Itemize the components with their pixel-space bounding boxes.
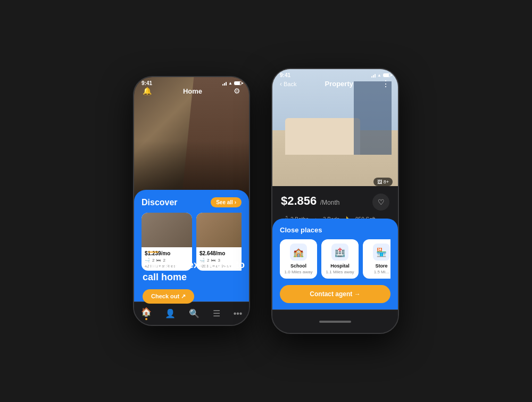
school-icon: 🏫	[293, 247, 304, 257]
photo-count-badge: 🖼 8+	[373, 178, 393, 186]
place-card-hospital[interactable]: 🏥 Hospital 1.1 Miles away	[321, 239, 359, 279]
chevron-left-icon: ‹	[280, 80, 282, 88]
nav-bar-2: ‹ Back Property ⋮	[272, 79, 398, 89]
discover-title: Discover	[142, 198, 178, 207]
search-tab-icon: 🔍	[189, 308, 200, 319]
back-label: Back	[284, 81, 296, 87]
status-bar-1: 9:41 ▲	[134, 77, 249, 87]
inactive-dot-1	[161, 252, 163, 253]
place-card-school[interactable]: 🏫 School 1.0 Miles away	[280, 239, 317, 279]
price-container: $2.856 /Month	[281, 194, 339, 208]
more-options-button[interactable]: ⋮	[381, 79, 390, 89]
signal-icon-1	[222, 81, 227, 86]
hospital-name: Hospital	[330, 263, 350, 269]
more-tab-icon: •••	[234, 309, 243, 319]
hero-title: Find the next house to call home	[143, 259, 249, 283]
status-time-2: 9:41	[280, 72, 290, 78]
price-row: $2.856 /Month ♡	[281, 194, 389, 211]
battery-icon-1	[234, 81, 242, 85]
property-image-2	[196, 213, 242, 247]
battery-icon-2	[383, 73, 390, 77]
price-period: /Month	[320, 199, 340, 206]
status-time-1: 9:41	[142, 80, 152, 86]
sofa-element	[285, 118, 361, 155]
tab-home[interactable]: 🏠	[141, 307, 152, 320]
active-tab-dot	[145, 318, 147, 320]
status-icons-2: ▲	[371, 73, 390, 78]
active-dot	[148, 252, 159, 253]
tab-bar-2	[272, 309, 398, 333]
tab-search[interactable]: 🔍	[189, 308, 200, 319]
phone-home-screen: 9:41 ▲ 🔔 Home ⚙	[133, 76, 250, 326]
store-name: Store	[375, 263, 387, 269]
places-row: 🏫 School 1.0 Miles away 🏥 Hospital 1.1 M…	[280, 239, 390, 279]
tab-more[interactable]: •••	[234, 309, 243, 319]
inactive-dot-2	[165, 252, 167, 253]
photo-badge-icon: 🖼	[377, 179, 382, 185]
store-icon: 🏪	[376, 247, 387, 257]
tab-bar-1: 🏠 👤 🔍 ☰ •••	[134, 302, 249, 325]
tab-listings[interactable]: ☰	[213, 308, 220, 319]
hero-content: 1 Find the next house to call home Check…	[143, 249, 249, 304]
school-name: School	[290, 263, 306, 269]
nav-title-1: Home	[183, 87, 202, 95]
nav-bar-1: 🔔 Home ⚙	[134, 87, 249, 95]
phone-property-screen: 9:41 ▲ 🖼	[271, 68, 399, 334]
tab-profile[interactable]: 👤	[165, 308, 176, 319]
property-price: $2.856	[281, 194, 317, 207]
status-icons-1: ▲	[222, 81, 242, 86]
see-all-button[interactable]: See all ›	[211, 197, 242, 207]
contact-agent-button[interactable]: Contact agent →	[280, 285, 390, 303]
signal-icon-2	[371, 73, 376, 78]
store-distance: 1.5 Mi...	[374, 270, 389, 274]
wifi-icon-2: ▲	[377, 73, 381, 78]
home-tab-icon: 🏠	[141, 307, 152, 317]
discover-header: Discover See all ›	[142, 197, 242, 207]
photo-badge-count: 8+	[384, 179, 389, 185]
slide-number: 1	[143, 249, 146, 255]
store-icon-wrap: 🏪	[373, 244, 390, 261]
status-bar-2: 9:41 ▲	[272, 69, 398, 79]
close-places-section: Close places 🏫 School 1.0 Miles away 🏥 H…	[272, 219, 398, 309]
back-button[interactable]: ‹ Back	[280, 80, 296, 88]
hero-indicator: 1	[143, 249, 249, 255]
listings-tab-icon: ☰	[213, 308, 220, 319]
favorite-button[interactable]: ♡	[372, 194, 389, 211]
close-places-title: Close places	[280, 226, 390, 234]
wifi-icon-1: ▲	[228, 81, 232, 86]
place-card-store[interactable]: 🏪 Store 1.5 Mi...	[363, 239, 390, 279]
profile-tab-icon: 👤	[165, 308, 176, 319]
hospital-icon: 🏥	[335, 247, 345, 257]
home-indicator-bar	[319, 321, 351, 323]
phones-container: 9:41 ▲ 🔔 Home ⚙	[133, 68, 399, 334]
notification-icon[interactable]: 🔔	[143, 87, 152, 95]
school-distance: 1.0 Miles away	[285, 270, 313, 274]
hospital-distance: 1.1 Miles away	[326, 270, 354, 274]
school-icon-wrap: 🏫	[290, 244, 307, 261]
nav-title-2: Property	[325, 80, 353, 88]
accent-wall	[354, 81, 392, 155]
property-image-1	[142, 213, 192, 247]
checkout-button[interactable]: Check out ↗	[143, 289, 194, 304]
filter-icon[interactable]: ⚙	[234, 87, 240, 95]
inactive-dot-3	[169, 252, 171, 253]
hospital-icon-wrap: 🏥	[331, 244, 348, 261]
